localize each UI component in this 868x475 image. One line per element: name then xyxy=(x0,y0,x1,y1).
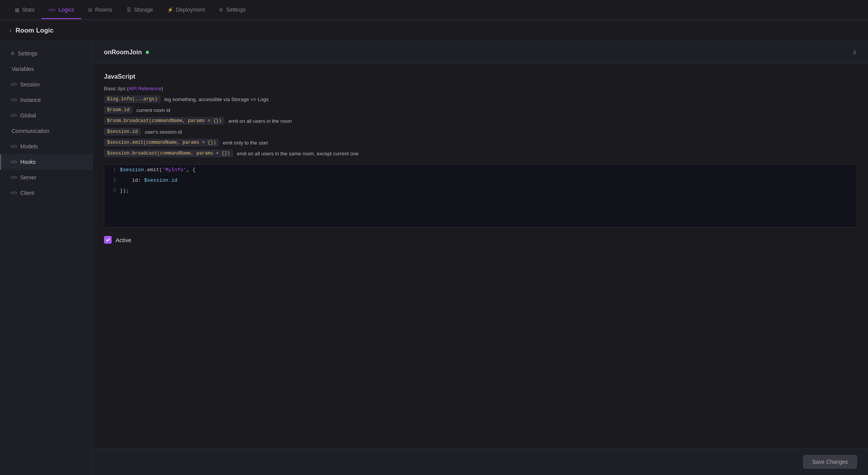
sidebar-label-variables: Variables xyxy=(12,66,34,72)
nav-label-storage: Storage xyxy=(134,7,153,13)
language-label: JavaScript xyxy=(104,73,857,80)
nav-item-logics[interactable]: </> Logics xyxy=(41,1,81,19)
sidebar: ⚙ Settings Variables </> Session </> Ins… xyxy=(0,41,93,475)
session-icon: </> xyxy=(10,82,17,87)
line-content-3: }); xyxy=(120,186,129,196)
nav-label-stats: Stats xyxy=(22,7,35,13)
tip-desc-4: emit only to the user xyxy=(223,140,268,146)
tip-row-4: $session.emit(commandName, params = {}) … xyxy=(104,139,857,146)
instance-icon: </> xyxy=(10,97,17,103)
nav-item-deployment[interactable]: ⚡ Deployment xyxy=(160,1,212,19)
sidebar-item-server[interactable]: </> Server xyxy=(0,170,93,185)
sidebar-item-global[interactable]: </> Global xyxy=(0,108,93,123)
tip-row-3: $session.id user's session id xyxy=(104,128,857,136)
nav-label-rooms: Rooms xyxy=(95,7,112,13)
tips-header: Basic tips (API Reference) xyxy=(104,86,857,91)
line-content-2: id: $session.id xyxy=(120,175,177,186)
nav-item-settings[interactable]: ⚙ Settings xyxy=(212,1,253,19)
tip-row-2: $room.broadcast(commandName, params = {}… xyxy=(104,117,857,125)
sidebar-item-hooks[interactable]: </> Hooks xyxy=(0,154,93,170)
active-checkbox[interactable] xyxy=(104,236,112,244)
code-line-3: 3 }); xyxy=(104,186,857,196)
tip-row-0: $log.info(...args) log something, access… xyxy=(104,95,857,103)
tip-code-3: $session.id xyxy=(104,128,141,136)
api-reference-link[interactable]: API Reference xyxy=(129,86,162,91)
sidebar-item-communication[interactable]: Communication xyxy=(0,123,93,139)
settings-nav-icon: ⚙ xyxy=(219,7,223,13)
sidebar-label-server: Server xyxy=(20,174,36,181)
rooms-icon: ⊞ xyxy=(88,7,92,13)
collapse-button[interactable]: ∧ xyxy=(852,48,857,57)
active-row: Active xyxy=(104,236,857,244)
hooks-icon: </> xyxy=(10,159,17,165)
tip-row-1: $room.id current room id xyxy=(104,106,857,114)
tip-code-1: $room.id xyxy=(104,106,133,114)
sidebar-label-instance: Instance xyxy=(20,97,41,103)
tip-desc-0: log something, accessible via Storage =>… xyxy=(164,96,269,102)
nav-label-deployment: Deployment xyxy=(176,7,205,13)
sidebar-label-session: Session xyxy=(20,81,40,88)
line-number-3: 3 xyxy=(104,186,120,196)
section-title-row: onRoomJoin xyxy=(104,49,149,56)
nav-label-settings: Settings xyxy=(226,7,246,13)
models-icon: </> xyxy=(10,144,17,149)
nav-item-rooms[interactable]: ⊞ Rooms xyxy=(81,1,119,19)
tip-code-5: $session.broadcast(commandName, params =… xyxy=(104,150,233,157)
sidebar-label-client: Client xyxy=(20,190,34,196)
storage-icon: 🗄 xyxy=(126,7,131,13)
tip-desc-2: emit on all users in the room xyxy=(228,118,292,124)
nav-label-logics: Logics xyxy=(59,7,74,13)
settings-sidebar-icon: ⚙ xyxy=(10,51,15,56)
line-content-1: $session.emit('MyInfo', { xyxy=(120,165,195,175)
server-icon: </> xyxy=(10,175,17,180)
code-editor[interactable]: 1 $session.emit('MyInfo', { 2 id: $sessi… xyxy=(104,164,857,227)
section-body: JavaScript Basic tips (API Reference) $l… xyxy=(93,64,868,448)
sidebar-item-models[interactable]: </> Models xyxy=(0,139,93,154)
active-label: Active xyxy=(116,237,131,243)
sidebar-label-global: Global xyxy=(20,112,36,119)
tip-code-0: $log.info(...args) xyxy=(104,95,161,103)
top-navigation: ▦ Stats </> Logics ⊞ Rooms 🗄 Storage ⚡ D… xyxy=(0,0,868,20)
sidebar-item-client[interactable]: </> Client xyxy=(0,185,93,201)
code-line-2: 2 id: $session.id xyxy=(104,175,857,186)
line-number-2: 2 xyxy=(104,175,120,185)
tip-code-2: $room.broadcast(commandName, params = {}… xyxy=(104,117,225,125)
tip-row-5: $session.broadcast(commandName, params =… xyxy=(104,150,857,157)
breadcrumb: ‹ Room Logic xyxy=(0,20,868,41)
section-header: onRoomJoin ∧ xyxy=(93,41,868,64)
logics-icon: </> xyxy=(48,7,56,13)
sidebar-item-settings[interactable]: ⚙ Settings xyxy=(0,46,93,61)
tip-code-4: $session.emit(commandName, params = {}) xyxy=(104,139,219,146)
deployment-icon: ⚡ xyxy=(167,7,173,13)
sidebar-item-instance[interactable]: </> Instance xyxy=(0,92,93,108)
tip-desc-1: current room id xyxy=(137,107,170,113)
tip-desc-5: emit on all users in the same room, exce… xyxy=(237,151,359,157)
code-line-1: 1 $session.emit('MyInfo', { xyxy=(104,165,857,175)
active-indicator-dot xyxy=(146,51,149,54)
main-content: ⚙ Settings Variables </> Session </> Ins… xyxy=(0,41,868,475)
sidebar-label-hooks: Hooks xyxy=(20,159,36,165)
tip-desc-3: user's session id xyxy=(145,129,182,135)
sidebar-item-session[interactable]: </> Session xyxy=(0,77,93,92)
back-button[interactable]: ‹ xyxy=(9,26,12,34)
client-icon: </> xyxy=(10,190,17,196)
line-number-1: 1 xyxy=(104,165,120,175)
nav-item-stats[interactable]: ▦ Stats xyxy=(8,1,41,19)
sidebar-label-models: Models xyxy=(20,143,38,150)
sidebar-label-communication: Communication xyxy=(12,128,49,134)
nav-item-storage[interactable]: 🗄 Storage xyxy=(119,1,160,19)
page-title: Room Logic xyxy=(16,27,54,34)
sidebar-item-variables[interactable]: Variables xyxy=(0,61,93,77)
section-title: onRoomJoin xyxy=(104,49,142,56)
stats-icon: ▦ xyxy=(15,7,19,13)
footer-bar: Save Changes xyxy=(93,448,868,475)
content-panel: onRoomJoin ∧ JavaScript Basic tips (API … xyxy=(93,41,868,475)
sidebar-label-settings: Settings xyxy=(18,50,38,57)
save-changes-button[interactable]: Save Changes xyxy=(803,455,857,469)
global-icon: </> xyxy=(10,113,17,118)
